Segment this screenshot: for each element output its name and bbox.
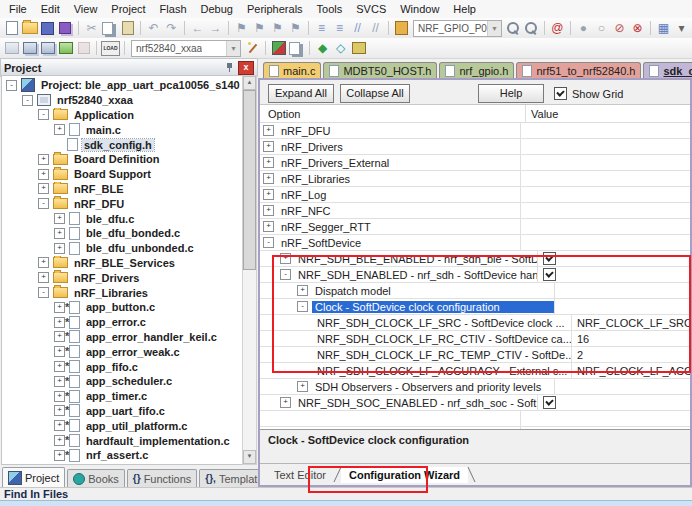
- tree-item-board-definition[interactable]: +Board Definition: [2, 152, 243, 167]
- row-expander-icon[interactable]: +: [280, 397, 291, 408]
- config-row-sdh-observers-observers-and-priority-levels[interactable]: +SDH Observers - Observers and priority …: [260, 379, 690, 395]
- doc-tab-nrf-gpio-h[interactable]: nrf_gpio.h: [439, 62, 514, 78]
- tree-item-ble-dfu-c[interactable]: +ble_dfu.c: [2, 211, 243, 226]
- tree-expander-icon[interactable]: -: [22, 95, 33, 106]
- save-all-icon[interactable]: [57, 20, 74, 36]
- show-grid-checkbox[interactable]: [554, 87, 567, 100]
- value-cell[interactable]: [520, 187, 690, 202]
- sheet-tab-text-editor[interactable]: Text Editor: [266, 467, 334, 483]
- tree-expander-icon[interactable]: +: [54, 435, 65, 446]
- indent-icon[interactable]: ≡: [313, 20, 330, 36]
- pack-installer-icon[interactable]: [350, 40, 367, 56]
- pin-icon[interactable]: [225, 62, 234, 73]
- value-cell[interactable]: NRF_CLOCK_LF_SRC_RC: [571, 315, 690, 330]
- row-expander-icon[interactable]: +: [263, 205, 274, 216]
- doc-tab-mdbt50-host-h[interactable]: MDBT50_HOST.h: [323, 62, 437, 78]
- tree-item-nrf-drivers[interactable]: +nRF_Drivers: [2, 270, 243, 285]
- cut-icon[interactable]: ✂: [83, 20, 100, 36]
- breakpoint-disable-icon[interactable]: ○: [593, 20, 610, 36]
- tree-expander-icon[interactable]: +: [38, 257, 49, 268]
- download-icon[interactable]: LOAD: [101, 40, 120, 56]
- tree-item-nrf-assert-c[interactable]: +nrf_assert.c: [2, 448, 243, 463]
- row-expander-icon[interactable]: +: [263, 173, 274, 184]
- tree-expander-icon[interactable]: +: [38, 272, 49, 283]
- tree-expander-icon[interactable]: -: [38, 287, 49, 298]
- tree-item-application[interactable]: -Application: [2, 108, 243, 123]
- scrollbar-thumb[interactable]: [243, 90, 256, 270]
- search-combobox[interactable]: NRF_GPIO_P0▼: [413, 20, 502, 37]
- value-cell[interactable]: [554, 299, 690, 314]
- row-expander-icon[interactable]: +: [263, 221, 274, 232]
- value-cell[interactable]: [537, 395, 690, 410]
- tree-item-hardfault-implementation-c[interactable]: +hardfault_implementation.c: [2, 433, 243, 448]
- tree-item-nrf-ble-services[interactable]: +nRF_BLE_Services: [2, 256, 243, 271]
- bookmark-next-icon[interactable]: ⚑: [269, 20, 286, 36]
- new-file-icon[interactable]: [3, 20, 20, 36]
- manage-items-icon[interactable]: [288, 40, 305, 56]
- value-cell[interactable]: [520, 123, 690, 138]
- tree-expander-icon[interactable]: +: [38, 183, 49, 194]
- navigate-forward-icon[interactable]: →: [207, 20, 224, 36]
- value-cell[interactable]: 16: [571, 331, 690, 346]
- outdent-icon[interactable]: ≡: [331, 20, 348, 36]
- menu-edit[interactable]: Edit: [34, 1, 67, 17]
- panel-tab-functions[interactable]: {}Functions: [127, 469, 198, 487]
- tree-item-nrf-libraries[interactable]: -nRF_Libraries: [2, 285, 243, 300]
- flash-download-icon[interactable]: ◆: [314, 40, 331, 56]
- bookmark-toggle-icon[interactable]: ⚑: [233, 20, 250, 36]
- tree-item-app-fifo-c[interactable]: +app_fifo.c: [2, 359, 243, 374]
- breakpoint-icon[interactable]: ●: [575, 20, 592, 36]
- uncomment-icon[interactable]: //: [367, 20, 384, 36]
- save-icon[interactable]: [39, 20, 56, 36]
- config-row-nrf-sdh-clock-lf-rc-temp-ctiv-softde[interactable]: NRF_SDH_CLOCK_LF_RC_TEMP_CTIV - SoftDe..…: [260, 347, 690, 363]
- tree-expander-icon[interactable]: -: [38, 198, 49, 209]
- search-combobox-dropdown-arrow[interactable]: ▼: [487, 21, 501, 36]
- close-icon[interactable]: x: [238, 61, 254, 75]
- tree-expander-icon[interactable]: +: [38, 154, 49, 165]
- config-row-dispatch-model[interactable]: +Dispatch model: [260, 283, 690, 299]
- menu-flash[interactable]: Flash: [153, 1, 194, 17]
- value-cell[interactable]: [520, 171, 690, 186]
- tree-expander-icon[interactable]: +: [54, 124, 65, 135]
- config-row-nrf-sdh-clock-lf-rc-ctiv-softdevice-ca[interactable]: NRF_SDH_CLOCK_LF_RC_CTIV - SoftDevice ca…: [260, 331, 690, 347]
- row-expander-icon[interactable]: -: [263, 237, 274, 248]
- value-cell[interactable]: [520, 203, 690, 218]
- paste-icon[interactable]: [119, 20, 136, 36]
- tree-expander-icon[interactable]: -: [38, 109, 49, 120]
- config-row-nrf-segger-rtt[interactable]: +nRF_Segger_RTT: [260, 219, 690, 235]
- find-icon[interactable]: [505, 20, 522, 36]
- row-expander-icon[interactable]: +: [297, 285, 308, 296]
- tree-item-nrf-dfu[interactable]: -nRF_DFU: [2, 196, 243, 211]
- config-row-nrf-libraries[interactable]: +nRF_Libraries: [260, 171, 690, 187]
- sheet-tab-configuration-wizard[interactable]: Configuration Wizard: [341, 467, 468, 483]
- menu-view[interactable]: View: [67, 1, 105, 17]
- row-expander-icon[interactable]: +: [263, 141, 274, 152]
- value-checkbox[interactable]: [543, 396, 556, 409]
- window-layout-caret-icon[interactable]: ▾: [673, 20, 690, 36]
- breakpoint-kill-icon[interactable]: ⊘: [611, 20, 628, 36]
- tree-expander-icon[interactable]: +: [54, 450, 65, 461]
- value-checkbox[interactable]: [543, 268, 556, 281]
- copy-icon[interactable]: [101, 20, 118, 36]
- tree-item-nrf-ble[interactable]: +nRF_BLE: [2, 182, 243, 197]
- manage-rte-icon[interactable]: [270, 40, 287, 56]
- tree-item-app-uart-fifo-c[interactable]: +app_uart_fifo.c: [2, 404, 243, 419]
- doc-tab-main-c[interactable]: main.c: [263, 62, 321, 78]
- tree-item-app-error-handler-keil-c[interactable]: +app_error_handler_keil.c: [2, 330, 243, 345]
- value-cell[interactable]: [537, 267, 690, 282]
- menu-debug[interactable]: Debug: [194, 1, 240, 17]
- tree-expander-icon[interactable]: +: [54, 361, 65, 372]
- find-in-files-icon[interactable]: [393, 20, 410, 36]
- config-row-nrf-dfu[interactable]: +nRF_DFU: [260, 123, 690, 139]
- tree-expander-icon[interactable]: +: [54, 405, 65, 416]
- tree-expander-icon[interactable]: +: [54, 346, 65, 357]
- tree-expander-icon[interactable]: +: [54, 420, 65, 431]
- config-row-nrf-sdh-clock-lf-src-softdevice-clock[interactable]: NRF_SDH_CLOCK_LF_SRC - SoftDevice clock …: [260, 315, 690, 331]
- redo-icon[interactable]: ↷: [163, 20, 180, 36]
- tree-expander-icon[interactable]: +: [54, 331, 65, 342]
- value-cell[interactable]: [554, 283, 690, 298]
- window-layout-icon[interactable]: ▦: [655, 20, 672, 36]
- config-row-nrf-softdevice[interactable]: -nRF_SoftDevice: [260, 235, 690, 251]
- tree-expander-icon[interactable]: +: [54, 376, 65, 387]
- rebuild-icon[interactable]: [39, 40, 56, 56]
